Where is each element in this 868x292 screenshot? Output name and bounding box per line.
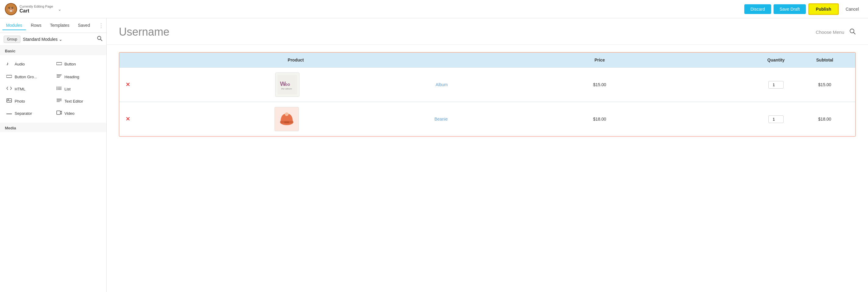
- page-name-label: Cart: [20, 8, 53, 14]
- svg-rect-22: [7, 99, 11, 102]
- heading-icon: [56, 74, 62, 79]
- svg-point-20: [56, 89, 57, 90]
- photo-icon: [6, 98, 12, 104]
- cart-table-header: Product Price Quantity Subtotal: [119, 53, 855, 68]
- col-product: Product: [144, 58, 448, 62]
- svg-point-40: [285, 112, 288, 116]
- tab-templates[interactable]: Templates: [46, 21, 73, 30]
- module-heading-label: Heading: [65, 74, 79, 79]
- username-title: Username: [119, 26, 169, 38]
- main-layout: Modules Rows Templates Saved ⋮ Group Sta…: [0, 18, 868, 292]
- album-price: $15.00: [448, 82, 752, 87]
- module-button-label: Button: [65, 62, 76, 66]
- choose-menu-label[interactable]: Choose Menu: [816, 30, 844, 35]
- group-button[interactable]: Group: [4, 36, 21, 43]
- col-price: Price: [448, 58, 752, 62]
- tab-saved[interactable]: Saved: [74, 21, 94, 30]
- remove-beanie-cell: ✕: [126, 116, 144, 122]
- page-dropdown-arrow[interactable]: ⌄: [58, 7, 62, 11]
- svg-point-5: [12, 7, 13, 8]
- module-list-label: List: [65, 87, 71, 91]
- content-header: Username Choose Menu: [106, 18, 868, 45]
- currently-editing-label: Currently Editing Page: [20, 5, 53, 8]
- save-draft-button[interactable]: Save Draft: [774, 4, 806, 14]
- svg-text:oo: oo: [285, 82, 290, 87]
- module-list[interactable]: List: [54, 83, 103, 95]
- module-audio[interactable]: ♪ Audio: [4, 58, 53, 70]
- svg-point-18: [56, 88, 57, 89]
- module-video[interactable]: Video: [54, 107, 103, 119]
- album-thumbnail: W oo the album: [275, 72, 300, 97]
- module-text-editor[interactable]: Text Editor: [54, 95, 103, 107]
- module-separator[interactable]: Separator: [4, 107, 53, 119]
- section-media: Media: [0, 123, 106, 132]
- cart-row: ✕: [119, 102, 855, 136]
- beanie-thumbnail: [275, 107, 299, 131]
- remove-beanie-button[interactable]: ✕: [126, 116, 130, 122]
- remove-album-cell: ✕: [126, 81, 144, 88]
- header-right: Choose Menu: [816, 28, 856, 36]
- top-bar: Currently Editing Page Cart ⌄ Discard Sa…: [0, 0, 868, 18]
- col-remove: [126, 58, 144, 62]
- list-icon: [56, 86, 62, 92]
- html-icon: [6, 86, 12, 92]
- remove-album-button[interactable]: ✕: [126, 82, 130, 88]
- separator-icon: [6, 110, 12, 116]
- page-info: Currently Editing Page Cart: [20, 5, 53, 14]
- album-qty-cell: [752, 81, 800, 89]
- svg-text:the album: the album: [281, 87, 292, 90]
- beanie-qty-cell: [752, 116, 800, 123]
- svg-point-8: [97, 36, 101, 40]
- header-search-icon[interactable]: [849, 28, 856, 36]
- album-product-name[interactable]: Album: [436, 82, 448, 87]
- beanie-price: $18.00: [448, 117, 752, 122]
- module-button-group-label: Button Gro...: [14, 74, 37, 79]
- svg-text:♪: ♪: [6, 61, 9, 66]
- search-icon: [97, 35, 103, 41]
- beanie-subtotal: $18.00: [800, 117, 849, 122]
- album-product-col: W oo the album Album: [144, 72, 448, 97]
- sidebar: Modules Rows Templates Saved ⋮ Group Sta…: [0, 18, 106, 292]
- tab-modules[interactable]: Modules: [2, 21, 26, 30]
- modules-grid: ♪ Audio Button Button Gro...: [0, 55, 106, 122]
- publish-button[interactable]: Publish: [808, 3, 839, 15]
- module-photo-label: Photo: [14, 99, 25, 103]
- discard-button[interactable]: Discard: [744, 4, 771, 14]
- sidebar-search-bar: Group Standard Modules ⌄: [0, 33, 106, 46]
- module-heading[interactable]: Heading: [54, 71, 103, 83]
- button-group-icon: [6, 74, 12, 79]
- svg-rect-39: [284, 122, 289, 123]
- svg-point-16: [56, 87, 57, 88]
- module-button[interactable]: Button: [54, 58, 103, 70]
- module-group-select[interactable]: Standard Modules ⌄: [23, 37, 94, 42]
- module-html-label: HTML: [14, 87, 25, 91]
- col-subtotal: Subtotal: [800, 58, 849, 62]
- drag-handle-icon: ⋮: [98, 22, 104, 29]
- album-subtotal: $15.00: [800, 82, 849, 87]
- col-quantity: Quantity: [752, 58, 800, 62]
- svg-point-4: [9, 7, 10, 8]
- module-button-group[interactable]: Button Gro...: [4, 71, 53, 83]
- module-separator-label: Separator: [14, 111, 32, 116]
- module-html[interactable]: HTML: [4, 83, 53, 95]
- module-group-label: Standard Modules: [23, 37, 58, 42]
- beanie-product-col: Beanie: [144, 107, 448, 131]
- beanie-product-name[interactable]: Beanie: [434, 117, 448, 122]
- avatar: [5, 3, 17, 15]
- album-quantity-input[interactable]: [768, 81, 784, 89]
- text-editor-icon: [56, 98, 62, 104]
- module-video-label: Video: [65, 111, 75, 116]
- svg-rect-29: [57, 111, 60, 115]
- beanie-quantity-input[interactable]: [768, 116, 784, 123]
- top-bar-right: Discard Save Draft Publish Cancel: [744, 3, 863, 15]
- svg-line-9: [100, 39, 102, 41]
- tab-rows[interactable]: Rows: [27, 21, 45, 30]
- top-bar-left: Currently Editing Page Cart ⌄: [5, 3, 744, 15]
- svg-rect-11: [56, 62, 62, 65]
- module-photo[interactable]: Photo: [4, 95, 53, 107]
- cancel-button[interactable]: Cancel: [841, 4, 863, 14]
- cart-container: Product Price Quantity Subtotal ✕ W: [119, 52, 856, 137]
- content-area: Username Choose Menu Product Price Quant…: [106, 18, 868, 292]
- video-icon: [56, 110, 62, 116]
- sidebar-search-button[interactable]: [97, 35, 103, 43]
